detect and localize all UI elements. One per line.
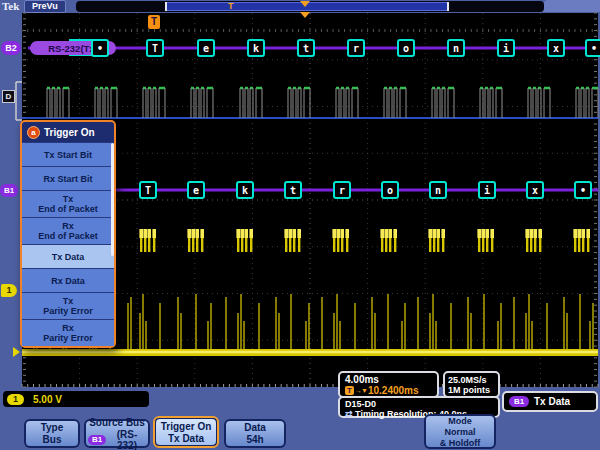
sample-rate: 25.0MS/s <box>448 375 495 385</box>
source-b1-badge: B1 <box>88 435 106 445</box>
horizontal-scale: 4.00ms <box>345 374 432 385</box>
menu-scrollbar[interactable] <box>111 143 114 256</box>
channel1-badge: 1 <box>7 394 24 405</box>
button-value2: & Holdoff <box>428 438 492 448</box>
digital-group-marker[interactable]: D <box>2 90 15 103</box>
button-value: 54h <box>228 434 282 445</box>
trigger-delay-readout: T→▼10.2400ms <box>345 385 432 396</box>
menu-item-label: Tx <box>22 194 114 204</box>
button-value: Normal <box>428 427 492 437</box>
trigger-position-arrow-icon <box>300 12 310 18</box>
button-label: Data <box>228 422 282 433</box>
menu-item-label2: End of Packet <box>22 231 114 241</box>
bus-b1-badge: B1 <box>509 396 529 407</box>
trigger-point-flag: T <box>148 15 160 29</box>
delay-arrows-icon: →▼ <box>355 385 367 396</box>
menu-item-label2: Parity Error <box>22 306 114 316</box>
multipurpose-knob-a-icon: a <box>27 126 40 139</box>
acquisition-readout: 25.0MS/s 1M points <box>443 371 500 398</box>
button-label: Source Bus <box>88 417 146 428</box>
bus-b2-marker[interactable]: B2 <box>1 41 21 55</box>
oscilloscope-screen: Tek PreVu T T B2 D B1 1 RS-232(Tx)•Tektr… <box>0 0 600 450</box>
bus-readout: B1 Tx Data <box>502 391 598 412</box>
acquisition-status: PreVu <box>24 0 66 13</box>
window-left-bracket[interactable] <box>165 2 167 11</box>
channel1-ground-arrow-icon <box>13 347 20 357</box>
menu-item-rx-start-bit[interactable]: Rx Start Bit <box>22 166 114 190</box>
button-value: Bus <box>28 434 76 445</box>
menu-item-label: Tx <box>22 296 114 306</box>
trigger-on-menu: a Trigger On Tx Start Bit Rx Start Bit T… <box>20 120 116 348</box>
button-value: (RS-232) <box>108 429 146 450</box>
menu-item-label: Rx <box>22 323 114 333</box>
timing-resolution-icon: ⇄ <box>345 409 353 419</box>
menu-item-label2: End of Packet <box>22 204 114 214</box>
digital-channels: D15-D0 <box>345 399 493 409</box>
menu-item-tx-data[interactable]: Tx Data <box>22 244 114 268</box>
top-right-tab <box>543 0 600 12</box>
horizontal-readout: 4.00ms T→▼10.2400ms <box>338 371 439 398</box>
menu-item-tx-parity-error[interactable]: TxParity Error <box>22 292 114 319</box>
channel1-readout: 1 5.00 V <box>3 391 149 407</box>
trigger-on-menu-header: a Trigger On <box>22 122 114 142</box>
channel1-marker[interactable]: 1 <box>1 284 17 297</box>
trigger-on-menu-items: Tx Start Bit Rx Start Bit TxEnd of Packe… <box>22 142 114 346</box>
menu-title: Trigger On <box>44 127 95 138</box>
tek-logo: Tek <box>2 0 19 13</box>
button-source-bus[interactable]: Source Bus B1(RS-232) <box>84 419 150 448</box>
record-length: 1M points <box>448 385 495 395</box>
button-value: Tx Data <box>158 433 214 444</box>
record-view-strip: T <box>76 1 544 12</box>
menu-item-tx-start-bit[interactable]: Tx Start Bit <box>22 142 114 166</box>
trigger-t-icon: T <box>345 386 354 395</box>
menu-item-rx-parity-error[interactable]: RxParity Error <box>22 319 114 346</box>
bus-b1-marker[interactable]: B1 <box>0 184 18 197</box>
button-label: Trigger On <box>158 421 214 432</box>
button-data[interactable]: Data54h <box>224 419 286 448</box>
menu-item-label: Rx <box>22 221 114 231</box>
bus-mode-label: Tx Data <box>534 396 570 407</box>
button-mode[interactable]: ModeNormal& Holdoff <box>424 414 496 449</box>
menu-item-rx-data[interactable]: Rx Data <box>22 268 114 292</box>
menu-item-tx-end-of-packet[interactable]: TxEnd of Packet <box>22 190 114 217</box>
menu-item-label: Tx Start Bit <box>22 150 114 160</box>
trigger-delay-value: 10.2400ms <box>368 385 419 396</box>
record-trigger-marker: T <box>228 1 234 12</box>
button-label: Mode <box>428 416 492 426</box>
window-right-bracket[interactable] <box>447 2 449 11</box>
menu-item-label: Tx Data <box>22 252 114 262</box>
menu-item-rx-end-of-packet[interactable]: RxEnd of Packet <box>22 217 114 244</box>
menu-item-label2: Parity Error <box>22 333 114 343</box>
button-label: Type <box>28 422 76 433</box>
button-trigger-on[interactable]: Trigger OnTx Data <box>153 416 219 448</box>
record-position-arrow-icon <box>300 1 310 7</box>
button-type[interactable]: TypeBus <box>24 419 80 448</box>
menu-item-label: Rx Start Bit <box>22 174 114 184</box>
menu-item-label: Rx Data <box>22 276 114 286</box>
channel1-scale: 5.00 V <box>33 394 62 405</box>
